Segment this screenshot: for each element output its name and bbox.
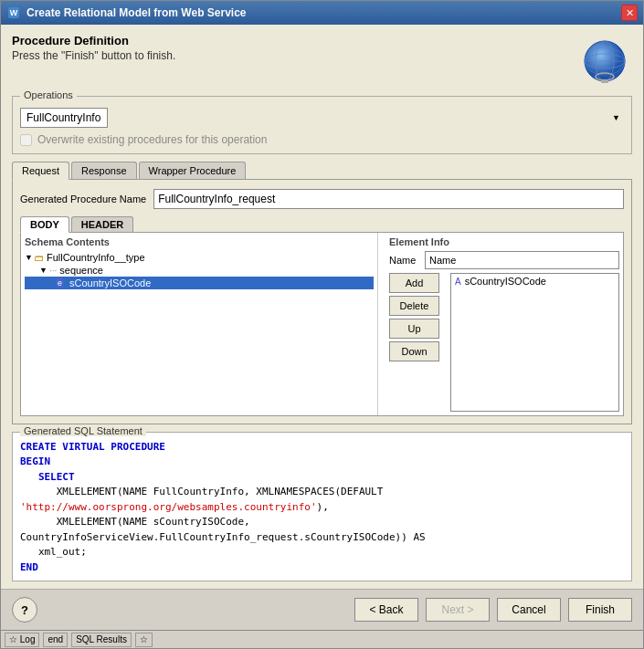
element-list[interactable]: A sCountryISOCode bbox=[450, 273, 619, 412]
tree-label-root: FullCountryInfo__type bbox=[47, 252, 145, 263]
sql-content: CREATE VIRTUAL PROCEDURE BEGIN SELECT XM… bbox=[13, 433, 631, 581]
sql-line-7: END bbox=[20, 560, 624, 576]
window-icon: W bbox=[6, 5, 21, 20]
operations-select-wrapper[interactable]: FullCountryInfo bbox=[20, 108, 624, 128]
tree-arrow-sequence: ▼ bbox=[39, 266, 48, 275]
element-info-label: Element Info bbox=[389, 236, 619, 247]
tab-content: Generated Procedure Name BODY HEADER Sch… bbox=[12, 179, 632, 424]
header-text: Procedure Definition Press the "Finish" … bbox=[12, 34, 568, 62]
procedure-definition-subtitle: Press the "Finish" button to finish. bbox=[12, 49, 568, 62]
tree-item-element[interactable]: e sCountryISOCode bbox=[25, 277, 374, 289]
status-bar: ☆ Log end SQL Results ☆ bbox=[1, 630, 643, 648]
operations-group: Operations FullCountryInfo Overwrite exi… bbox=[12, 96, 632, 154]
overwrite-label: Overwrite existing procedures for this o… bbox=[37, 133, 267, 146]
elem-list-item-0[interactable]: A sCountryISOCode bbox=[451, 274, 618, 288]
tab-request[interactable]: Request bbox=[12, 162, 69, 180]
status-label-log: ☆ Log bbox=[9, 634, 35, 644]
close-button[interactable]: ✕ bbox=[621, 5, 638, 21]
generated-proc-input[interactable] bbox=[153, 189, 624, 209]
tree-arrow-root: ▼ bbox=[25, 253, 33, 262]
svg-text:W: W bbox=[10, 8, 18, 17]
tree-label-sequence: sequence bbox=[59, 265, 103, 276]
up-button[interactable]: Up bbox=[389, 319, 439, 339]
overwrite-checkbox-row: Overwrite existing procedures for this o… bbox=[20, 133, 624, 146]
tree-item-sequence[interactable]: ▼ ··· sequence bbox=[25, 264, 374, 277]
tab-header[interactable]: HEADER bbox=[71, 216, 133, 233]
elem-label-0: sCountryISOCode bbox=[465, 276, 546, 287]
procedure-definition-title: Procedure Definition bbox=[12, 34, 568, 47]
cancel-button[interactable]: Cancel bbox=[497, 598, 561, 622]
tree-icon-element: e bbox=[56, 278, 64, 288]
tree-icon-table: 🗃 bbox=[35, 253, 44, 263]
generated-proc-row: Generated Procedure Name bbox=[20, 189, 624, 209]
overwrite-checkbox[interactable] bbox=[20, 134, 32, 146]
sql-line-5: XMLELEMENT(NAME sCountryISOCode, Country… bbox=[20, 515, 624, 545]
down-button[interactable]: Down bbox=[389, 341, 439, 361]
tab-body[interactable]: BODY bbox=[20, 216, 69, 233]
tree-item-root[interactable]: ▼ 🗃 FullCountryInfo__type bbox=[25, 251, 374, 264]
element-panel: Element Info Name Add Delete Up Down bbox=[385, 233, 623, 415]
schema-contents-label: Schema Contents bbox=[25, 236, 374, 247]
sql-line-3: SELECT bbox=[20, 470, 624, 486]
main-window: W Create Relational Model from Web Servi… bbox=[0, 0, 644, 649]
tree-label-element: sCountryISOCode bbox=[69, 277, 151, 288]
name-label: Name bbox=[389, 255, 421, 266]
tree-icon-sequence: ··· bbox=[49, 266, 57, 276]
operations-select[interactable]: FullCountryInfo bbox=[20, 108, 108, 128]
main-tabs-bar: Request Response Wrapper Procedure bbox=[12, 162, 632, 180]
element-row: Add Delete Up Down A sCountryISOCode bbox=[389, 273, 619, 412]
help-button[interactable]: ? bbox=[12, 597, 37, 623]
sql-line-1: CREATE VIRTUAL PROCEDURE bbox=[20, 440, 624, 455]
operations-select-row: FullCountryInfo bbox=[20, 108, 624, 128]
elem-icon-0: A bbox=[455, 277, 461, 287]
sql-line-6: xml_out; bbox=[20, 545, 624, 560]
sql-group: Generated SQL Statement CREATE VIRTUAL P… bbox=[12, 432, 632, 582]
tab-response[interactable]: Response bbox=[71, 162, 137, 180]
finish-button[interactable]: Finish bbox=[568, 598, 632, 622]
schema-tree: ▼ 🗃 FullCountryInfo__type ▼ ··· sequence bbox=[25, 251, 374, 412]
operations-label: Operations bbox=[20, 89, 77, 100]
element-buttons: Add Delete Up Down bbox=[389, 273, 439, 412]
title-bar: W Create Relational Model from Web Servi… bbox=[1, 1, 643, 25]
status-item-star[interactable]: ☆ bbox=[135, 633, 153, 647]
name-input-row: Name bbox=[389, 251, 619, 269]
status-label-star: ☆ bbox=[140, 634, 148, 644]
sql-line-2: BEGIN bbox=[20, 455, 624, 470]
tab-wrapper-procedure[interactable]: Wrapper Procedure bbox=[139, 162, 247, 180]
status-item-log[interactable]: ☆ Log bbox=[5, 633, 39, 647]
header-section: Procedure Definition Press the "Finish" … bbox=[12, 34, 632, 89]
status-item-end[interactable]: end bbox=[43, 633, 68, 647]
window-title: Create Relational Model from Web Service bbox=[26, 6, 618, 19]
footer-bar: ? < Back Next > Cancel Finish bbox=[1, 589, 643, 630]
status-label-end: end bbox=[48, 634, 63, 644]
add-button[interactable]: Add bbox=[389, 273, 439, 293]
name-input[interactable] bbox=[425, 251, 619, 269]
delete-button[interactable]: Delete bbox=[389, 296, 439, 316]
body-header-tabs: BODY HEADER bbox=[20, 216, 624, 233]
sql-line-4: XMLELEMENT(NAME FullCountryInfo, XMLNAME… bbox=[20, 485, 624, 515]
status-item-sql[interactable]: SQL Results bbox=[71, 633, 132, 647]
schema-element-row: Schema Contents ▼ 🗃 FullCountryInfo__typ… bbox=[20, 232, 624, 416]
back-button[interactable]: < Back bbox=[354, 598, 418, 622]
generated-proc-label: Generated Procedure Name bbox=[20, 194, 146, 204]
status-label-sql: SQL Results bbox=[76, 634, 127, 644]
content-area: Procedure Definition Press the "Finish" … bbox=[1, 25, 643, 589]
globe-icon bbox=[577, 34, 632, 89]
schema-panel: Schema Contents ▼ 🗃 FullCountryInfo__typ… bbox=[21, 233, 378, 415]
next-button[interactable]: Next > bbox=[426, 598, 490, 622]
sql-group-label: Generated SQL Statement bbox=[20, 425, 146, 436]
